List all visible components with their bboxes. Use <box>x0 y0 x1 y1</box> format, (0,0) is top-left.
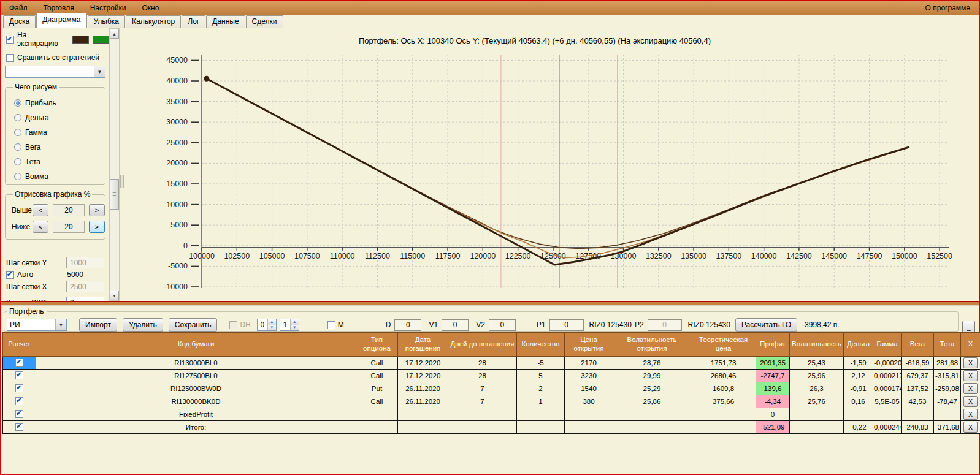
radio-icon[interactable] <box>14 129 21 136</box>
column-header-9[interactable]: Теоретическая цена <box>691 333 756 357</box>
draw-option-Дельта[interactable]: Дельта <box>14 113 105 122</box>
compare-strategy-checkbox[interactable] <box>6 54 14 62</box>
row-calc-cell[interactable] <box>3 357 36 370</box>
row-delete-cell[interactable]: X <box>961 382 980 395</box>
delete-row-button[interactable]: X <box>963 396 978 407</box>
increase-button[interactable]: > <box>89 204 105 216</box>
delete-row-button[interactable]: X <box>963 409 978 420</box>
row-code-cell[interactable]: RI130000BL0 <box>36 357 356 370</box>
row-checkbox[interactable] <box>15 397 23 405</box>
tab-Доска[interactable]: Доска <box>3 15 36 28</box>
draw-option-Тета[interactable]: Тета <box>14 158 105 166</box>
dh-spinner-1[interactable]: 0 ▲▼ <box>257 319 277 331</box>
tab-Лог[interactable]: Лог <box>182 15 205 28</box>
collapse-panel-button[interactable]: _ <box>962 321 975 333</box>
row-delete-cell[interactable]: X <box>961 421 980 434</box>
spinner-arrows-icon[interactable]: ▲▼ <box>267 319 276 330</box>
tab-Калькулятор[interactable]: Калькулятор <box>126 15 181 28</box>
grid-y-input[interactable]: 1000 <box>66 257 104 268</box>
render-percent-value[interactable]: 20 <box>53 221 85 233</box>
delete-row-button[interactable]: X <box>963 383 978 394</box>
dh-checkbox[interactable] <box>229 321 237 329</box>
expiration-color-swatch[interactable] <box>93 36 109 44</box>
draw-option-Вега[interactable]: Вега <box>14 143 105 151</box>
auto-checkbox[interactable] <box>6 271 14 279</box>
menu-item-2[interactable]: Торговля <box>36 2 82 14</box>
expiration-checkbox[interactable] <box>6 36 14 44</box>
draw-option-Вомма[interactable]: Вомма <box>14 172 105 181</box>
row-checkbox[interactable] <box>15 423 23 431</box>
row-calc-cell[interactable] <box>3 408 36 421</box>
tab-Сделки[interactable]: Сделки <box>246 15 283 28</box>
tab-Диаграмма[interactable]: Диаграмма <box>36 13 86 28</box>
row-code-cell[interactable]: RI125000BW0D <box>36 382 356 395</box>
row-calc-cell[interactable] <box>3 382 36 395</box>
delete-button[interactable]: Удалить <box>123 318 163 332</box>
row-calc-cell[interactable] <box>3 370 36 382</box>
column-header-16[interactable]: X <box>961 333 980 357</box>
row-delete-cell[interactable]: X <box>961 408 980 421</box>
row-code-cell[interactable]: FixedProfit <box>36 408 356 421</box>
field-input-V1[interactable]: 0 <box>442 319 469 331</box>
p2-input[interactable]: 0 <box>648 319 682 331</box>
radio-icon[interactable] <box>14 158 21 165</box>
row-code-cell[interactable]: Итого: <box>36 421 356 434</box>
delete-row-button[interactable]: X <box>963 370 978 381</box>
instrument-dropdown[interactable]: РИ ▼ <box>7 319 67 331</box>
radio-icon[interactable] <box>14 99 21 107</box>
delete-row-button[interactable]: X <box>963 357 978 368</box>
strategy-dropdown[interactable]: ▼ <box>5 66 105 78</box>
row-delete-cell[interactable]: X <box>961 357 980 370</box>
calc-go-button[interactable]: Рассчитать ГО <box>735 318 797 332</box>
row-checkbox[interactable] <box>15 384 23 392</box>
scroll-up-icon[interactable]: ▲ <box>110 29 119 39</box>
column-header-13[interactable]: Гамма <box>873 333 902 357</box>
column-header-7[interactable]: Цена открытия <box>565 333 613 357</box>
tab-Данные[interactable]: Данные <box>206 15 245 28</box>
row-code-cell[interactable]: RI127500BL0 <box>36 370 356 382</box>
tab-Улыбка[interactable]: Улыбка <box>88 15 126 28</box>
decrease-button[interactable]: < <box>33 221 48 233</box>
column-header-5[interactable]: Дней до погашения <box>448 333 517 357</box>
row-checkbox[interactable] <box>15 371 23 379</box>
menu-item-1[interactable]: Файл <box>1 2 36 14</box>
column-header-11[interactable]: Волатильность <box>790 333 844 357</box>
column-header-6[interactable]: Количество <box>517 333 565 357</box>
menu-about[interactable]: О программе <box>917 2 979 14</box>
column-header-14[interactable]: Вега <box>902 333 934 357</box>
row-code-cell[interactable]: RI130000BK0D <box>36 395 356 408</box>
render-percent-value[interactable]: 20 <box>53 204 85 216</box>
column-header-10[interactable]: Профит <box>756 333 790 357</box>
column-header-8[interactable]: Волатильность открытия <box>613 333 691 357</box>
m-checkbox[interactable] <box>327 321 335 329</box>
spinner-arrows-icon[interactable]: ▲▼ <box>290 319 299 330</box>
decrease-button[interactable]: < <box>33 204 48 216</box>
horizontal-splitter[interactable] <box>1 301 979 306</box>
column-header-12[interactable]: Дельта <box>844 333 873 357</box>
scrollbar-thumb[interactable] <box>110 179 119 210</box>
row-delete-cell[interactable]: X <box>961 395 980 408</box>
grid-x-input[interactable]: 2500 <box>66 281 104 292</box>
profit-chart[interactable]: 4500040000350003000025000200001500010000… <box>124 28 980 301</box>
draw-option-Гамма[interactable]: Гамма <box>14 128 105 137</box>
sidebar-scrollbar[interactable]: ▲ ▼ <box>109 28 120 301</box>
delete-row-button[interactable]: X <box>963 422 978 433</box>
column-header-15[interactable]: Тета <box>934 333 961 357</box>
row-delete-cell[interactable]: X <box>961 370 980 382</box>
column-header-1[interactable]: Расчет <box>3 333 36 357</box>
dh-spinner-2[interactable]: 1 ▲▼ <box>280 319 299 331</box>
radio-icon[interactable] <box>14 114 21 121</box>
current-color-swatch[interactable] <box>72 36 89 44</box>
import-button[interactable]: Импорт <box>79 318 117 332</box>
increase-button[interactable]: > <box>89 221 105 233</box>
save-button[interactable]: Сохранить <box>169 318 218 332</box>
column-header-4[interactable]: Дата погашения <box>398 333 448 357</box>
row-calc-cell[interactable] <box>3 421 36 434</box>
row-checkbox[interactable] <box>15 359 23 367</box>
menu-item-4[interactable]: Окно <box>134 2 167 14</box>
row-checkbox[interactable] <box>15 410 23 418</box>
menu-item-3[interactable]: Настройки <box>82 2 134 14</box>
field-input-V2[interactable]: 0 <box>489 319 516 331</box>
column-header-3[interactable]: Тип опциона <box>356 333 398 357</box>
p1-input[interactable]: 0 <box>549 319 584 331</box>
